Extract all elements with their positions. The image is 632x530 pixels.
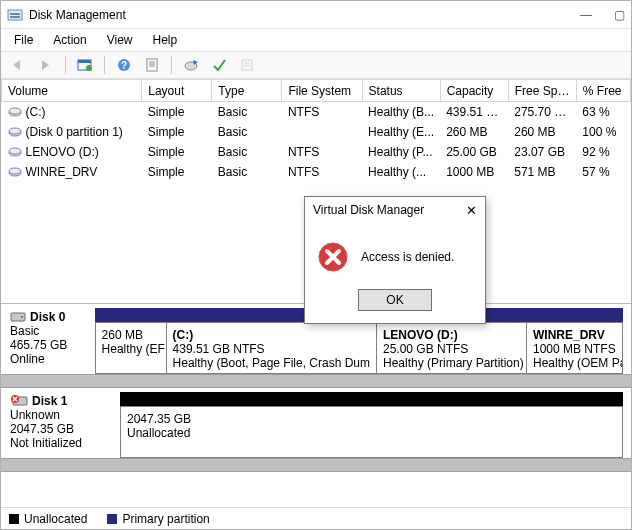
close-icon[interactable]: ✕ xyxy=(466,203,477,218)
menu-help[interactable]: Help xyxy=(143,30,188,50)
volume-row[interactable]: (C:) Simple Basic NTFS Healthy (B... 439… xyxy=(2,102,631,123)
partition-status: Healthy (Boot, Page File, Crash Dum xyxy=(173,356,370,370)
maximize-button[interactable]: ▢ xyxy=(614,8,625,22)
partition[interactable]: (C:) 439.51 GB NTFS Healthy (Boot, Page … xyxy=(167,322,377,374)
partition-info: 439.51 GB NTFS xyxy=(173,342,370,356)
svg-rect-8 xyxy=(147,59,157,71)
volume-row[interactable]: (Disk 0 partition 1) Simple Basic Health… xyxy=(2,122,631,142)
volume-freespace: 260 MB xyxy=(508,122,576,142)
volume-name: (C:) xyxy=(26,105,46,119)
properties-button[interactable] xyxy=(141,54,163,76)
legend-swatch-unallocated xyxy=(9,514,19,524)
volume-pctfree: 100 % xyxy=(576,122,630,142)
partition-status: Healthy (Primary Partition) xyxy=(383,356,520,370)
menu-view[interactable]: View xyxy=(97,30,143,50)
disk-0-size: 465.75 GB xyxy=(10,338,87,352)
col-pctfree[interactable]: % Free xyxy=(576,80,630,102)
volume-pctfree: 63 % xyxy=(576,102,630,123)
col-capacity[interactable]: Capacity xyxy=(440,80,508,102)
rescan-button[interactable] xyxy=(180,54,202,76)
volume-table: Volume Layout Type File System Status Ca… xyxy=(1,79,631,182)
volume-fs: NTFS xyxy=(282,142,362,162)
volume-header-row: Volume Layout Type File System Status Ca… xyxy=(2,80,631,102)
legend-item-primary: Primary partition xyxy=(107,512,209,526)
help-button[interactable]: ? xyxy=(113,54,135,76)
dialog-footer: OK xyxy=(305,283,485,323)
disk-separator xyxy=(1,374,631,388)
volume-pctfree: 92 % xyxy=(576,142,630,162)
col-filesystem[interactable]: File System xyxy=(282,80,362,102)
disk-icon xyxy=(10,311,26,323)
dialog-titlebar: Virtual Disk Manager ✕ xyxy=(305,197,485,223)
legend-swatch-primary xyxy=(107,514,117,524)
volume-pctfree: 57 % xyxy=(576,162,630,182)
disk-0-type: Basic xyxy=(10,324,87,338)
svg-rect-4 xyxy=(78,60,91,63)
volume-layout: Simple xyxy=(142,142,212,162)
action-button[interactable] xyxy=(208,54,230,76)
partition-info: 2047.35 GB xyxy=(127,412,616,426)
disk-0-label: Disk 0 xyxy=(30,310,65,324)
dialog-title: Virtual Disk Manager xyxy=(313,203,424,217)
partition-status: Unallocated xyxy=(127,426,616,440)
toolbar-separator xyxy=(65,56,66,74)
refresh-button[interactable] xyxy=(74,54,96,76)
svg-point-17 xyxy=(9,108,21,114)
volume-freespace: 275.70 GB xyxy=(508,102,576,123)
volume-layout: Simple xyxy=(142,102,212,123)
disk-separator xyxy=(1,458,631,472)
partition-status: Healthy (OEM Par xyxy=(533,356,616,370)
error-icon xyxy=(317,241,349,273)
toolbar-separator xyxy=(104,56,105,74)
disk-1-size: 2047.35 GB xyxy=(10,422,112,436)
menu-file[interactable]: File xyxy=(4,30,43,50)
legend-item-unallocated: Unallocated xyxy=(9,512,87,526)
back-button[interactable] xyxy=(7,54,29,76)
disk-unknown-icon xyxy=(10,394,28,408)
options-button[interactable] xyxy=(236,54,258,76)
forward-button[interactable] xyxy=(35,54,57,76)
partition-name: (C:) xyxy=(173,328,370,342)
disk-1-label: Disk 1 xyxy=(32,394,67,408)
window-title: Disk Management xyxy=(29,8,580,22)
partition[interactable]: WINRE_DRV 1000 MB NTFS Healthy (OEM Par xyxy=(527,322,623,374)
volume-capacity: 260 MB xyxy=(440,122,508,142)
minimize-button[interactable]: — xyxy=(580,8,592,22)
partition[interactable]: 2047.35 GB Unallocated xyxy=(120,406,623,458)
partition-info: 25.00 GB NTFS xyxy=(383,342,520,356)
disk-1-header[interactable]: Disk 1 Unknown 2047.35 GB Not Initialize… xyxy=(2,388,120,458)
legend: Unallocated Primary partition xyxy=(1,507,631,529)
svg-text:?: ? xyxy=(121,60,127,71)
svg-point-23 xyxy=(9,168,21,174)
partition-info: 1000 MB NTFS xyxy=(533,342,616,356)
partition[interactable]: 260 MB Healthy (EFI S xyxy=(95,322,167,374)
menu-action[interactable]: Action xyxy=(43,30,96,50)
volume-capacity: 1000 MB xyxy=(440,162,508,182)
volume-type: Basic xyxy=(212,162,282,182)
ok-button[interactable]: OK xyxy=(358,289,432,311)
toolbar: ? xyxy=(1,51,631,79)
dialog-message: Access is denied. xyxy=(361,250,454,264)
volume-row[interactable]: LENOVO (D:) Simple Basic NTFS Healthy (P… xyxy=(2,142,631,162)
partition[interactable]: LENOVO (D:) 25.00 GB NTFS Healthy (Prima… xyxy=(377,322,527,374)
legend-label-primary: Primary partition xyxy=(122,512,209,526)
col-layout[interactable]: Layout xyxy=(142,80,212,102)
volume-type: Basic xyxy=(212,122,282,142)
volume-row[interactable]: WINRE_DRV Simple Basic NTFS Healthy (...… xyxy=(2,162,631,182)
drive-icon xyxy=(8,166,22,178)
col-status[interactable]: Status xyxy=(362,80,440,102)
svg-rect-1 xyxy=(10,13,20,15)
partition-name: LENOVO (D:) xyxy=(383,328,520,342)
col-type[interactable]: Type xyxy=(212,80,282,102)
disk-0-status: Online xyxy=(10,352,87,366)
col-freespace[interactable]: Free Spa... xyxy=(508,80,576,102)
volume-freespace: 23.07 GB xyxy=(508,142,576,162)
volume-layout: Simple xyxy=(142,122,212,142)
svg-point-21 xyxy=(9,148,21,154)
col-volume[interactable]: Volume xyxy=(2,80,142,102)
volume-status: Healthy (E... xyxy=(362,122,440,142)
volume-freespace: 571 MB xyxy=(508,162,576,182)
volume-name: (Disk 0 partition 1) xyxy=(26,125,123,139)
disk-0-header[interactable]: Disk 0 Basic 465.75 GB Online xyxy=(2,304,95,374)
svg-point-5 xyxy=(86,65,92,71)
